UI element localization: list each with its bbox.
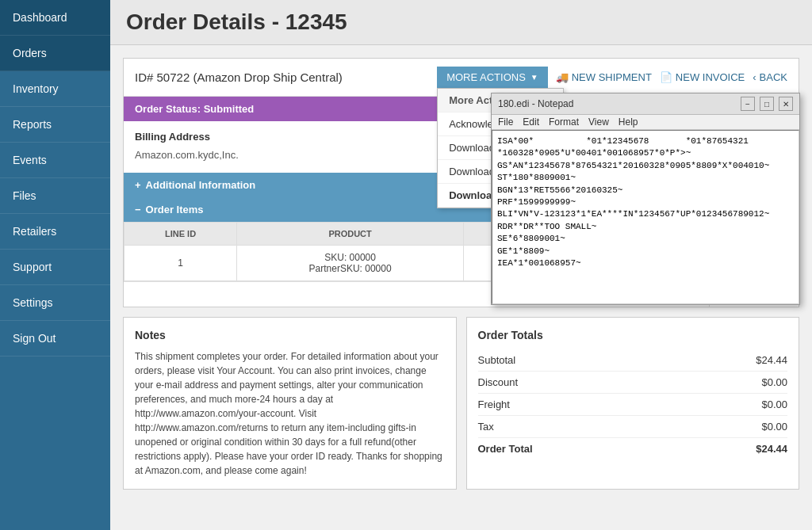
notepad-menu-view[interactable]: View bbox=[588, 116, 609, 128]
sidebar-item-orders[interactable]: Orders bbox=[0, 36, 110, 71]
notepad-window: 180.edi - Notepad − □ ✕ File Edit Format… bbox=[491, 93, 800, 305]
totals-row-freight: Freight $0.00 bbox=[478, 394, 788, 416]
order-actions: MORE ACTIONS ▼ More Actions Acknowledge/… bbox=[437, 67, 787, 88]
new-invoice-label: NEW INVOICE bbox=[676, 71, 745, 83]
freight-value: $0.00 bbox=[761, 398, 787, 410]
order-id-bar: ID# 50722 (Amazon Drop Ship Central) MOR… bbox=[124, 59, 799, 97]
sidebar-item-retailers[interactable]: Retailers bbox=[0, 214, 110, 250]
subtotal-label: Subtotal bbox=[478, 354, 516, 366]
back-icon: ‹ bbox=[753, 71, 756, 83]
notes-text: This shipment completes your order. For … bbox=[135, 349, 445, 478]
sidebar-item-support[interactable]: Support bbox=[0, 250, 110, 285]
notes-title: Notes bbox=[135, 329, 445, 341]
notepad-maximize-button[interactable]: □ bbox=[760, 97, 774, 111]
tax-label: Tax bbox=[478, 421, 494, 433]
billing-company: Amazon.com.kydc,Inc. bbox=[135, 149, 450, 161]
billing-col: Billing Address Amazon.com.kydc,Inc. bbox=[124, 121, 462, 173]
notepad-controls: − □ ✕ bbox=[741, 97, 793, 111]
back-label: BACK bbox=[760, 71, 787, 83]
notepad-content[interactable]: ISA*00* *01*12345678 *01*87654321 *16032… bbox=[492, 130, 799, 304]
totals-title: Order Totals bbox=[478, 329, 788, 341]
sidebar-item-files[interactable]: Files bbox=[0, 178, 110, 214]
sidebar-item-label: Events bbox=[13, 154, 47, 166]
notepad-menu-edit[interactable]: Edit bbox=[523, 116, 539, 128]
plus-icon: + bbox=[135, 179, 141, 191]
col-line-id: LINE ID bbox=[124, 223, 237, 246]
cell-line-id: 1 bbox=[124, 246, 237, 281]
sidebar-item-label: Inventory bbox=[13, 82, 59, 95]
sidebar-item-label: Dashboard bbox=[13, 11, 67, 24]
billing-title: Billing Address bbox=[135, 131, 450, 143]
freight-label: Freight bbox=[478, 398, 510, 410]
notepad-close-button[interactable]: ✕ bbox=[779, 97, 793, 111]
new-shipment-label: NEW SHIPMENT bbox=[572, 71, 652, 83]
sidebar-item-label: Settings bbox=[13, 296, 53, 309]
product-sku: SKU: 00000 bbox=[247, 252, 454, 263]
cell-product: SKU: 00000 PartnerSKU: 00000 bbox=[237, 246, 464, 281]
order-items-label: Order Items bbox=[146, 204, 204, 215]
totals-row-tax: Tax $0.00 bbox=[478, 416, 788, 438]
order-totals-card: Order Totals Subtotal $24.44 Discount $0… bbox=[466, 317, 800, 490]
order-total-label: Order Total bbox=[478, 443, 533, 455]
notepad-menu-format[interactable]: Format bbox=[549, 116, 579, 128]
order-id-text: ID# 50722 (Amazon Drop Ship Central) bbox=[135, 71, 343, 84]
order-status-label: Order Status: Submitted bbox=[135, 103, 254, 115]
sidebar-item-signout[interactable]: Sign Out bbox=[0, 321, 110, 357]
product-partnersku: PartnerSKU: 00000 bbox=[247, 263, 454, 274]
totals-row-total: Order Total $24.44 bbox=[478, 438, 788, 459]
notepad-menu-help[interactable]: Help bbox=[619, 116, 638, 128]
sidebar-item-label: Support bbox=[13, 261, 52, 273]
additional-info-label: Additional Information bbox=[146, 179, 256, 191]
bottom-section: Notes This shipment completes your order… bbox=[123, 317, 799, 490]
notepad-menu-file[interactable]: File bbox=[498, 116, 513, 128]
ship-icon: 🚚 bbox=[556, 71, 569, 83]
content-area: ID# 50722 (Amazon Drop Ship Central) MOR… bbox=[110, 45, 812, 502]
sidebar-item-reports[interactable]: Reports bbox=[0, 107, 110, 143]
sidebar-item-events[interactable]: Events bbox=[0, 143, 110, 178]
page-header: Order Details - 12345 bbox=[110, 0, 812, 45]
sidebar-item-label: Retailers bbox=[13, 225, 56, 238]
sidebar-item-label: Reports bbox=[13, 118, 52, 131]
notepad-minimize-button[interactable]: − bbox=[741, 97, 755, 111]
discount-value: $0.00 bbox=[761, 376, 787, 388]
sidebar: Dashboard Orders Inventory Reports Event… bbox=[0, 0, 110, 530]
notepad-menubar: File Edit Format View Help bbox=[492, 115, 799, 130]
main-content: Order Details - 12345 ID# 50722 (Amazon … bbox=[110, 0, 812, 530]
chevron-down-icon: ▼ bbox=[530, 73, 538, 82]
sidebar-item-label: Sign Out bbox=[13, 332, 56, 345]
page-title: Order Details - 12345 bbox=[126, 10, 796, 35]
minus-icon: − bbox=[135, 204, 141, 215]
tax-value: $0.00 bbox=[761, 421, 787, 433]
invoice-icon: 📄 bbox=[660, 71, 672, 83]
totals-row-discount: Discount $0.00 bbox=[478, 372, 788, 394]
back-button[interactable]: ‹ BACK bbox=[753, 71, 787, 83]
order-total-value: $24.44 bbox=[756, 443, 787, 455]
notes-card: Notes This shipment completes your order… bbox=[123, 317, 457, 490]
totals-row-subtotal: Subtotal $24.44 bbox=[478, 349, 788, 372]
notepad-title: 180.edi - Notepad bbox=[498, 98, 573, 109]
more-actions-dropdown[interactable]: MORE ACTIONS ▼ More Actions Acknowledge/… bbox=[437, 67, 548, 88]
col-product: PRODUCT bbox=[237, 223, 464, 246]
sidebar-item-inventory[interactable]: Inventory bbox=[0, 71, 110, 107]
notepad-titlebar: 180.edi - Notepad − □ ✕ bbox=[492, 93, 799, 115]
discount-label: Discount bbox=[478, 376, 519, 388]
sidebar-item-label: Orders bbox=[13, 47, 47, 59]
new-shipment-button[interactable]: 🚚 NEW SHIPMENT bbox=[556, 71, 652, 83]
sidebar-item-settings[interactable]: Settings bbox=[0, 285, 110, 321]
sidebar-item-label: Files bbox=[13, 189, 36, 202]
sidebar-item-dashboard[interactable]: Dashboard bbox=[0, 0, 110, 36]
new-invoice-button[interactable]: 📄 NEW INVOICE bbox=[660, 71, 745, 83]
more-actions-label: MORE ACTIONS bbox=[446, 71, 526, 83]
subtotal-value: $24.44 bbox=[756, 354, 787, 366]
more-actions-button[interactable]: MORE ACTIONS ▼ bbox=[437, 67, 548, 88]
